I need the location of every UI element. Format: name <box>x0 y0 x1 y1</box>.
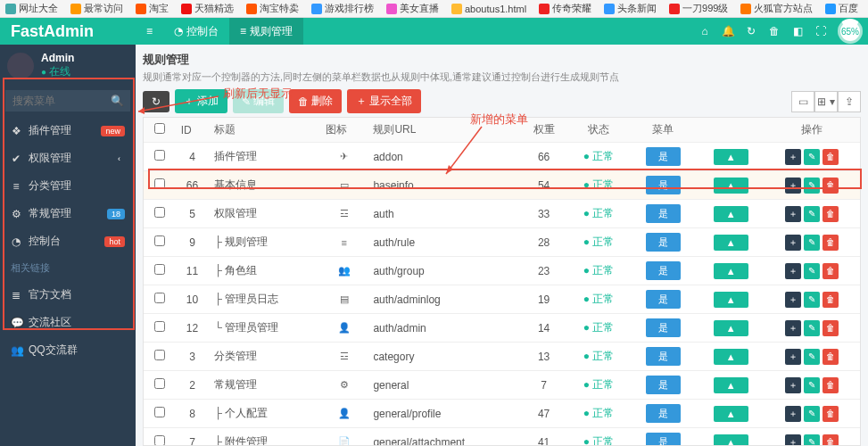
delete-row-button[interactable]: 🗑 <box>823 320 839 336</box>
bookmark-item[interactable]: aboutus1.html <box>451 4 526 14</box>
wipe-icon[interactable]: ◧ <box>786 25 809 37</box>
col-header[interactable]: 操作 <box>765 118 860 143</box>
delete-row-button[interactable]: 🗑 <box>823 349 839 365</box>
cell-extra[interactable]: ▲ <box>697 171 765 200</box>
sidebar-item[interactable]: ◔控制台hot <box>0 227 136 255</box>
cell-menu[interactable]: 是 <box>630 400 698 428</box>
col-header[interactable]: ID <box>176 118 210 143</box>
refresh-button[interactable]: ↻ <box>143 91 169 112</box>
col-header[interactable]: 标题 <box>209 118 320 143</box>
checkbox-all[interactable] <box>154 123 165 134</box>
cell-menu[interactable]: 是 <box>630 285 698 314</box>
expand-icon[interactable]: ⛶ <box>809 25 832 37</box>
row-checkbox[interactable] <box>154 378 165 389</box>
row-checkbox[interactable] <box>154 235 165 246</box>
col-header[interactable] <box>144 118 176 143</box>
row-checkbox[interactable] <box>154 407 165 417</box>
edit-row-button[interactable]: ✎ <box>804 292 820 308</box>
bell-icon[interactable]: 🔔 <box>716 25 740 37</box>
delete-button[interactable]: 🗑 删除 <box>289 89 342 113</box>
cell-extra[interactable]: ▲ <box>697 228 765 257</box>
row-checkbox[interactable] <box>154 207 165 218</box>
view-card-icon[interactable]: ▭ <box>791 91 814 112</box>
trash-icon[interactable]: 🗑 <box>763 25 786 37</box>
cell-menu[interactable]: 是 <box>630 371 698 400</box>
sidebar-toggle[interactable]: ≡ <box>136 18 163 45</box>
row-checkbox[interactable] <box>154 264 165 275</box>
bookmark-item[interactable]: 最常访问 <box>70 2 123 15</box>
delete-row-button[interactable]: 🗑 <box>823 178 839 194</box>
bookmark-item[interactable]: 淘宝 <box>136 2 169 15</box>
cell-menu[interactable]: 是 <box>630 314 698 343</box>
cell-extra[interactable]: ▲ <box>697 257 765 285</box>
cell-extra[interactable]: ▲ <box>697 428 765 447</box>
row-checkbox[interactable] <box>154 293 165 303</box>
cell-menu[interactable]: 是 <box>630 143 698 171</box>
expand-button[interactable]: ＋ <box>785 178 801 194</box>
sidebar-link[interactable]: ≣官方文档 <box>0 281 136 309</box>
row-checkbox[interactable] <box>154 435 165 446</box>
expand-button[interactable]: ＋ <box>785 235 801 251</box>
user-panel[interactable]: Admin ● 在线 <box>0 45 136 87</box>
edit-row-button[interactable]: ✎ <box>804 263 820 279</box>
view-grid-icon[interactable]: ⊞ ▾ <box>814 91 838 112</box>
bookmark-item[interactable]: 头条新闻 <box>604 2 657 15</box>
sidebar-search[interactable]: 🔍 <box>5 90 130 112</box>
edit-row-button[interactable]: ✎ <box>804 235 820 251</box>
cell-extra[interactable]: ▲ <box>697 314 765 343</box>
col-header[interactable] <box>697 118 765 143</box>
expand-button[interactable]: ＋ <box>785 263 801 279</box>
bookmark-item[interactable]: 游戏排行榜 <box>311 2 374 15</box>
home-icon[interactable]: ⌂ <box>693 25 716 37</box>
cell-menu[interactable]: 是 <box>630 428 698 447</box>
cell-extra[interactable]: ▲ <box>697 285 765 314</box>
expand-button[interactable]: ＋ <box>785 349 801 365</box>
cell-extra[interactable]: ▲ <box>697 343 765 371</box>
delete-row-button[interactable]: 🗑 <box>823 206 839 222</box>
edit-row-button[interactable]: ✎ <box>804 178 820 194</box>
row-checkbox[interactable] <box>154 350 165 360</box>
col-header[interactable]: 菜单 <box>630 118 698 143</box>
bookmark-item[interactable]: 淘宝特卖 <box>246 2 299 15</box>
brand-logo[interactable]: FastAdmin <box>0 22 136 41</box>
edit-row-button[interactable]: ✎ <box>804 406 820 422</box>
nav-console[interactable]: ◔ 控制台 <box>163 18 229 45</box>
cell-menu[interactable]: 是 <box>630 257 698 285</box>
cell-menu[interactable]: 是 <box>630 228 698 257</box>
expand-button[interactable]: ＋ <box>785 406 801 422</box>
expand-button[interactable]: ＋ <box>785 377 801 393</box>
gauge-meter[interactable]: 65% <box>838 19 863 44</box>
delete-row-button[interactable]: 🗑 <box>823 434 839 447</box>
add-button[interactable]: ＋ 添加 <box>175 89 227 113</box>
cell-menu[interactable]: 是 <box>630 171 698 200</box>
delete-row-button[interactable]: 🗑 <box>823 263 839 279</box>
view-export-icon[interactable]: ⇪ <box>838 91 861 112</box>
bookmark-item[interactable]: 火狐官方站点 <box>740 2 813 15</box>
nav-rules[interactable]: ≡ 规则管理 <box>229 18 303 45</box>
sidebar-item[interactable]: ❖插件管理new <box>0 117 136 145</box>
bookmark-item[interactable]: 传奇荣耀 <box>539 2 591 15</box>
edit-row-button[interactable]: ✎ <box>804 434 820 447</box>
cell-extra[interactable]: ▲ <box>697 400 765 428</box>
row-checkbox[interactable] <box>154 321 165 332</box>
edit-row-button[interactable]: ✎ <box>804 377 820 393</box>
col-header[interactable]: 状态 <box>567 118 629 143</box>
bookmark-item[interactable]: 网址大全 <box>5 2 58 15</box>
bookmark-item[interactable]: 美女直播 <box>386 2 439 15</box>
bookmark-item[interactable]: 天猫精选 <box>181 2 234 15</box>
row-checkbox[interactable] <box>154 178 165 189</box>
col-header[interactable]: 图标 <box>320 118 368 143</box>
delete-row-button[interactable]: 🗑 <box>823 377 839 393</box>
cell-extra[interactable]: ▲ <box>697 371 765 400</box>
delete-row-button[interactable]: 🗑 <box>823 292 839 308</box>
row-checkbox[interactable] <box>154 150 165 161</box>
edit-row-button[interactable]: ✎ <box>804 349 820 365</box>
bookmark-item[interactable]: 一刀999级 <box>669 2 728 15</box>
bookmark-item[interactable]: 百度 <box>825 2 858 15</box>
showall-button[interactable]: ＋ 显示全部 <box>347 89 421 113</box>
expand-button[interactable]: ＋ <box>785 320 801 336</box>
edit-row-button[interactable]: ✎ <box>804 320 820 336</box>
sidebar-link[interactable]: 💬交流社区 <box>0 309 136 336</box>
delete-row-button[interactable]: 🗑 <box>823 406 839 422</box>
expand-button[interactable]: ＋ <box>785 434 801 447</box>
